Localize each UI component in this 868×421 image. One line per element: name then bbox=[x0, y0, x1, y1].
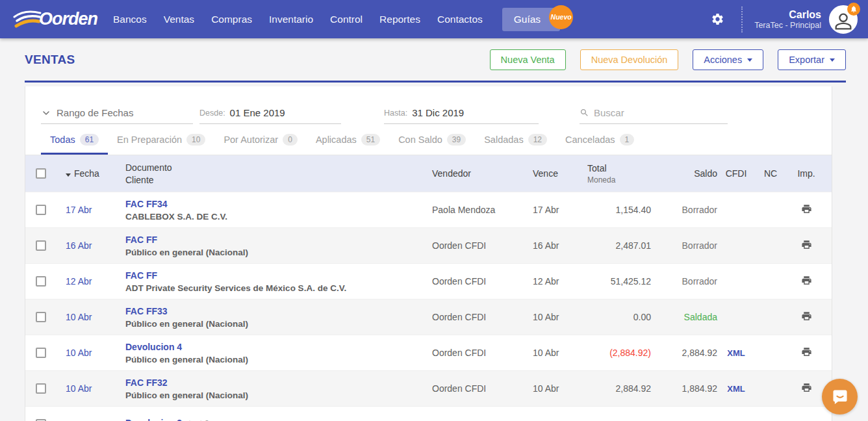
nueva-devolucion-button[interactable]: Nueva Devolución bbox=[580, 49, 679, 70]
settings-button[interactable] bbox=[707, 8, 728, 30]
page-title: VENTAS bbox=[25, 53, 75, 67]
column-header-total[interactable]: Total Moneda bbox=[586, 163, 651, 185]
row-checkbox[interactable] bbox=[36, 240, 46, 251]
document-link[interactable]: Devolucion 4 bbox=[125, 342, 182, 352]
row-date-link[interactable]: 17 Abr bbox=[66, 205, 92, 215]
column-header-imp[interactable]: Imp. bbox=[786, 168, 832, 179]
tab-count-badge: 12 bbox=[528, 134, 547, 146]
client-name: Público en general (Nacional) bbox=[125, 248, 432, 257]
vendedor-cell: Oorden CFDI bbox=[432, 312, 533, 322]
client-name: CABLEBOX S.A. DE C.V. bbox=[125, 212, 432, 222]
row-date-link[interactable]: 10 Abr bbox=[66, 348, 92, 358]
document-link[interactable]: FAC FF33 bbox=[125, 306, 168, 316]
nueva-venta-button[interactable]: Nueva Venta bbox=[490, 49, 566, 70]
xml-link[interactable]: XML bbox=[727, 348, 745, 358]
table-header: Fecha Documento Cliente Vendedor Vence T… bbox=[25, 155, 832, 192]
tab-canceladas[interactable]: Canceladas 1 bbox=[556, 125, 643, 155]
xml-link[interactable]: XML bbox=[727, 384, 745, 394]
document-link[interactable]: FAC FF bbox=[125, 235, 157, 245]
row-checkbox[interactable] bbox=[36, 312, 46, 322]
nav-item-compras[interactable]: Compras bbox=[211, 14, 252, 25]
print-button[interactable] bbox=[801, 311, 812, 322]
nav-item-ventas[interactable]: Ventas bbox=[164, 14, 194, 25]
search-icon bbox=[580, 108, 589, 118]
document-link[interactable]: FAC FF32 bbox=[125, 377, 168, 388]
tab-por-autorizar[interactable]: Por Autorizar 0 bbox=[214, 125, 307, 155]
print-button[interactable] bbox=[801, 275, 812, 286]
tab-label: Aplicadas bbox=[316, 134, 357, 145]
vendedor-cell: Oorden CFDI bbox=[432, 240, 533, 251]
column-header-vence[interactable]: Vence bbox=[533, 168, 586, 179]
row-date-link[interactable]: 10 Abr bbox=[66, 383, 92, 394]
tab-count-badge: 0 bbox=[283, 134, 298, 146]
oorden-logo[interactable]: Oorden bbox=[13, 8, 97, 31]
row-checkbox[interactable] bbox=[36, 276, 46, 287]
user-avatar[interactable] bbox=[829, 5, 858, 34]
row-checkbox[interactable] bbox=[36, 348, 46, 358]
row-date-link[interactable]: 12 Abr bbox=[66, 276, 92, 287]
tab-todas[interactable]: Todas 61 bbox=[41, 125, 108, 155]
client-name: Público en general (Nacional) bbox=[125, 390, 432, 400]
main-nav: Bancos Ventas Compras Inventario Control… bbox=[113, 8, 560, 31]
table-row[interactable]: 16 Abr FAC FF Público en general (Nacion… bbox=[25, 227, 832, 263]
chat-launcher-button[interactable] bbox=[822, 379, 858, 415]
select-all-checkbox[interactable] bbox=[36, 168, 46, 179]
tab-label: Saldadas bbox=[484, 134, 523, 145]
tab-con-saldo[interactable]: Con Saldo 39 bbox=[389, 125, 475, 155]
row-checkbox[interactable] bbox=[36, 383, 46, 394]
nav-item-inventario[interactable]: Inventario bbox=[269, 14, 313, 25]
column-header-fecha[interactable]: Fecha bbox=[66, 168, 125, 179]
tab-aplicadas[interactable]: Aplicadas 51 bbox=[307, 125, 389, 155]
document-link[interactable]: Devolucion 3 bbox=[125, 418, 182, 421]
search-input[interactable] bbox=[594, 107, 711, 118]
document-link[interactable]: FAC FF bbox=[125, 270, 157, 281]
notification-badge[interactable] bbox=[847, 3, 860, 16]
printer-icon bbox=[801, 239, 812, 250]
printer-icon bbox=[801, 382, 812, 393]
table-row[interactable]: 10 Abr Devolucion 4 Público en general (… bbox=[25, 335, 832, 370]
vence-cell: 16 Abr bbox=[533, 240, 586, 251]
print-button[interactable] bbox=[801, 239, 812, 250]
saldo-cell: Borrador bbox=[651, 276, 717, 287]
column-header-saldo[interactable]: Saldo bbox=[651, 168, 717, 179]
nav-item-guias[interactable]: Guías Nuevo bbox=[502, 8, 560, 31]
table-row[interactable]: Devolucion 3test 2 bbox=[25, 406, 832, 421]
chevron-down-icon bbox=[41, 108, 51, 118]
table-row[interactable]: 10 Abr FAC FF32 Público en general (Naci… bbox=[25, 370, 832, 406]
column-header-nc[interactable]: NC bbox=[755, 168, 786, 179]
tab-en-preparacion[interactable]: En Preparación 10 bbox=[108, 125, 214, 155]
vence-cell: 10 Abr bbox=[533, 312, 586, 322]
table-row[interactable]: 17 Abr FAC FF34 CABLEBOX S.A. DE C.V. Pa… bbox=[25, 192, 832, 227]
nav-item-reportes[interactable]: Reportes bbox=[379, 14, 420, 25]
column-header-documento-cliente[interactable]: Documento Cliente bbox=[125, 162, 432, 185]
print-button[interactable] bbox=[801, 382, 812, 393]
date-from-label: Desde: bbox=[199, 108, 225, 118]
print-button[interactable] bbox=[801, 346, 812, 357]
column-header-cfdi[interactable]: CFDI bbox=[717, 168, 755, 179]
date-to-field[interactable]: Hasta: 31 Dic 2019 bbox=[384, 107, 539, 124]
exportar-dropdown-button[interactable]: Exportar bbox=[778, 49, 846, 70]
column-header-vendedor[interactable]: Vendedor bbox=[432, 168, 533, 179]
printer-icon bbox=[801, 311, 812, 322]
nuevo-badge: Nuevo bbox=[549, 5, 573, 29]
top-navbar: Oorden Bancos Ventas Compras Inventario … bbox=[0, 0, 868, 38]
date-from-field[interactable]: Desde: 01 Ene 2019 bbox=[199, 107, 341, 124]
search-field[interactable] bbox=[580, 107, 728, 124]
saldo-cell: 2,884.92 bbox=[651, 348, 717, 358]
nav-item-control[interactable]: Control bbox=[330, 14, 363, 25]
date-from-value: 01 Ene 2019 bbox=[230, 107, 285, 118]
nav-item-contactos[interactable]: Contactos bbox=[437, 14, 483, 25]
print-button[interactable] bbox=[801, 203, 812, 214]
row-date-link[interactable]: 16 Abr bbox=[66, 240, 92, 251]
date-range-select[interactable]: Rango de Fechas bbox=[41, 107, 193, 124]
table-row[interactable]: 12 Abr FAC FF ADT Private Security Servi… bbox=[25, 263, 832, 299]
user-menu[interactable]: Carlos TeraTec - Principal bbox=[754, 8, 821, 31]
table-row[interactable]: 10 Abr FAC FF33 Público en general (Naci… bbox=[25, 299, 832, 335]
nav-item-bancos[interactable]: Bancos bbox=[113, 14, 147, 25]
row-date-link[interactable]: 10 Abr bbox=[66, 312, 92, 322]
tab-saldadas[interactable]: Saldadas 12 bbox=[475, 125, 556, 155]
row-checkbox[interactable] bbox=[36, 205, 46, 215]
document-link[interactable]: FAC FF34 bbox=[125, 199, 168, 209]
acciones-dropdown-button[interactable]: Acciones bbox=[693, 49, 763, 70]
navbar-divider bbox=[741, 6, 743, 32]
